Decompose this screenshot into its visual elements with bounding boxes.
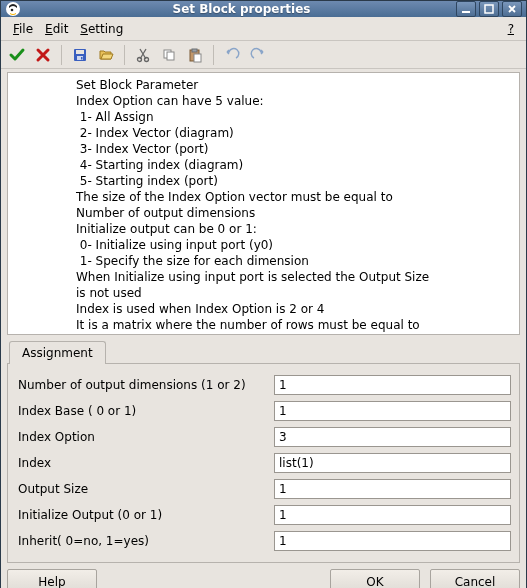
label-initialize-output: Initialize Output (0 or 1) xyxy=(16,508,274,522)
svg-point-1 xyxy=(11,9,14,12)
svg-point-8 xyxy=(138,57,142,61)
svg-point-9 xyxy=(145,57,149,61)
menubar: File Edit Setting ? xyxy=(1,17,526,41)
button-bar: Help OK Cancel xyxy=(1,563,526,588)
input-num-output-dimensions[interactable] xyxy=(274,375,511,395)
toolbar-separator xyxy=(213,45,214,65)
toolbar-save[interactable] xyxy=(68,43,92,67)
tabbar: Assignment xyxy=(1,340,526,363)
toolbar-redo[interactable] xyxy=(246,43,270,67)
label-num-output-dimensions: Number of output dimensions (1 or 2) xyxy=(16,378,274,392)
input-index-option[interactable] xyxy=(274,427,511,447)
toolbar-paste[interactable] xyxy=(183,43,207,67)
input-inherit[interactable] xyxy=(274,531,511,551)
toolbar-cut[interactable] xyxy=(131,43,155,67)
close-button[interactable] xyxy=(502,1,522,17)
toolbar-copy[interactable] xyxy=(157,43,181,67)
label-output-size: Output Size xyxy=(16,482,274,496)
label-index-option: Index Option xyxy=(16,430,274,444)
maximize-button[interactable] xyxy=(479,1,499,17)
description-text: Set Block Parameter Index Option can hav… xyxy=(7,72,520,335)
cancel-button[interactable]: Cancel xyxy=(430,569,520,588)
window-title: Set Block properties xyxy=(27,2,456,16)
toolbar-cancel[interactable] xyxy=(31,43,55,67)
app-icon xyxy=(5,1,21,17)
row-inherit: Inherit( 0=no, 1=yes) xyxy=(16,528,511,554)
label-index-base: Index Base ( 0 or 1) xyxy=(16,404,274,418)
menu-edit[interactable]: Edit xyxy=(39,20,74,38)
toolbar-separator xyxy=(124,45,125,65)
input-index[interactable] xyxy=(274,453,511,473)
svg-rect-3 xyxy=(485,5,493,13)
toolbar xyxy=(1,41,526,69)
client-area: File Edit Setting ? xyxy=(1,17,526,588)
label-inherit: Inherit( 0=no, 1=yes) xyxy=(16,534,274,548)
input-index-base[interactable] xyxy=(274,401,511,421)
row-initialize-output: Initialize Output (0 or 1) xyxy=(16,502,511,528)
minimize-button[interactable] xyxy=(456,1,476,17)
label-index: Index xyxy=(16,456,274,470)
row-index: Index xyxy=(16,450,511,476)
tab-assignment[interactable]: Assignment xyxy=(9,341,106,364)
svg-rect-11 xyxy=(167,52,174,60)
titlebar: Set Block properties xyxy=(1,1,526,17)
svg-rect-5 xyxy=(76,50,84,54)
tab-panel-assignment: Number of output dimensions (1 or 2) Ind… xyxy=(7,363,520,563)
toolbar-apply[interactable] xyxy=(5,43,29,67)
svg-rect-7 xyxy=(81,57,83,60)
menu-help[interactable]: ? xyxy=(502,20,520,38)
row-index-option: Index Option xyxy=(16,424,511,450)
toolbar-open[interactable] xyxy=(94,43,118,67)
dialog-window: Set Block properties File Edit Setting ? xyxy=(0,0,527,588)
svg-rect-14 xyxy=(194,54,201,62)
row-output-size: Output Size xyxy=(16,476,511,502)
window-buttons xyxy=(456,1,522,17)
toolbar-separator xyxy=(61,45,62,65)
ok-button[interactable]: OK xyxy=(330,569,420,588)
row-num-output-dimensions: Number of output dimensions (1 or 2) xyxy=(16,372,511,398)
description-wrap: Set Block Parameter Index Option can hav… xyxy=(1,69,526,338)
menu-file[interactable]: File xyxy=(7,20,39,38)
svg-rect-2 xyxy=(462,11,470,13)
input-output-size[interactable] xyxy=(274,479,511,499)
toolbar-undo[interactable] xyxy=(220,43,244,67)
menu-setting[interactable]: Setting xyxy=(74,20,129,38)
svg-rect-13 xyxy=(192,49,197,52)
input-initialize-output[interactable] xyxy=(274,505,511,525)
row-index-base: Index Base ( 0 or 1) xyxy=(16,398,511,424)
help-button[interactable]: Help xyxy=(7,569,97,588)
